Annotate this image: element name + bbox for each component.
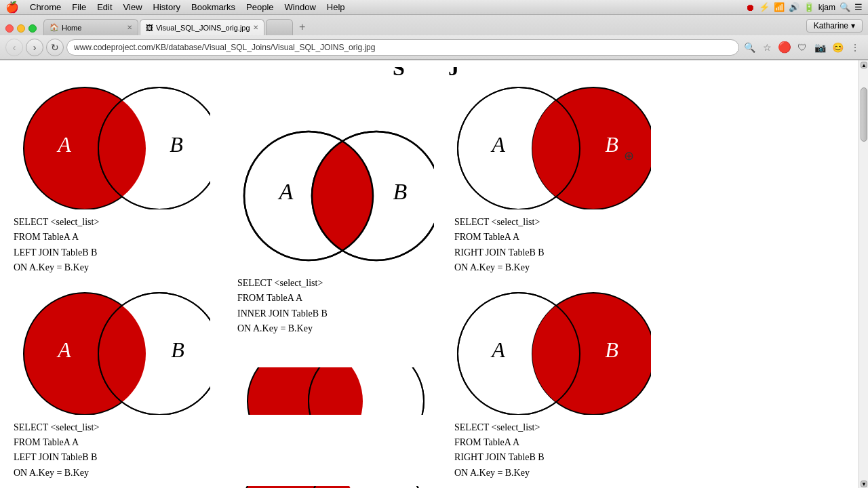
address-bar[interactable]: www.codeproject.com/KB/database/Visual_S… bbox=[66, 39, 739, 56]
inner-join-svg: A B bbox=[231, 121, 434, 270]
scrollbar-thumb[interactable] bbox=[861, 87, 867, 142]
menu-bookmarks[interactable]: Bookmarks bbox=[191, 2, 235, 12]
right-join-code-4: ON A.Key = B.Key bbox=[454, 260, 651, 275]
forward-button[interactable]: › bbox=[26, 39, 43, 56]
inner-join-diagram: A B SELECT <select_list> FROM TableA A I… bbox=[231, 121, 434, 337]
back-button[interactable]: ‹ bbox=[5, 39, 23, 56]
right-join-label-b: B bbox=[605, 132, 618, 157]
left-outer-code-3: LEFT JOIN TableB B bbox=[14, 450, 210, 465]
extension2-icon[interactable]: 📷 bbox=[812, 40, 827, 55]
left-join-diagram: A B SELECT <select_list> FROM TableA A L… bbox=[14, 84, 210, 276]
tab-visual-sql[interactable]: 🖼 Visual_SQL_JOINS_orig.jpg ✕ bbox=[140, 19, 264, 35]
scrollbar[interactable]: ▲ ▼ bbox=[859, 60, 868, 488]
left-outer-label-a: A bbox=[56, 338, 71, 362]
left-outer-join-svg: A B bbox=[14, 289, 210, 415]
tab-empty[interactable] bbox=[266, 19, 293, 35]
menu-history[interactable]: History bbox=[153, 2, 180, 12]
right-outer-join-svg: A B bbox=[454, 289, 651, 415]
right-join-code-3: RIGHT JOIN TableB B bbox=[454, 245, 651, 260]
tab-home-label: Home bbox=[62, 24, 81, 32]
battery-icon: 🔋 bbox=[804, 2, 814, 12]
inner-join-label-b: B bbox=[393, 179, 408, 204]
bluetooth-icon: ⚡ bbox=[759, 2, 770, 12]
browser-chrome: 🏠 Home ✕ 🖼 Visual_SQL_JOINS_orig.jpg ✕ +… bbox=[0, 15, 868, 60]
menu-people[interactable]: People bbox=[246, 2, 273, 12]
menu-view[interactable]: View bbox=[123, 2, 142, 12]
search-icon[interactable]: 🔍 bbox=[742, 40, 757, 55]
extension1-icon[interactable]: 🛡 bbox=[795, 40, 810, 55]
left-column: A B SELECT <select_list> FROM TableA A L… bbox=[14, 84, 210, 481]
close-window-btn[interactable] bbox=[5, 24, 14, 33]
nav-icons: 🔍 ☆ 🔴 🛡 📷 😊 ⋮ bbox=[742, 40, 863, 55]
inner-join-code-1: SELECT <select_list> bbox=[237, 276, 434, 291]
left-join-code-4: ON A.Key = B.Key bbox=[14, 260, 210, 275]
left-outer-code-1: SELECT <select_list> bbox=[14, 420, 210, 435]
menu-edit[interactable]: Edit bbox=[97, 2, 112, 12]
inner-join-label-a: A bbox=[278, 179, 294, 204]
right-join-code-2: FROM TableA A bbox=[454, 230, 651, 245]
left-join-code-3: LEFT JOIN TableB B bbox=[14, 245, 210, 260]
tab-visual-sql-favicon: 🖼 bbox=[146, 24, 153, 32]
diagrams-layout: A B SELECT <select_list> FROM TableA A L… bbox=[14, 84, 845, 481]
right-join-label-a: A bbox=[490, 132, 505, 157]
user-profile-btn[interactable]: Katharine ▾ bbox=[806, 19, 863, 33]
inner-join-code: SELECT <select_list> FROM TableA A INNER… bbox=[237, 276, 434, 337]
apple-menu[interactable]: 🍎 bbox=[5, 1, 19, 14]
left-join-code-2: FROM TableA A bbox=[14, 230, 210, 245]
tab-visual-sql-label: Visual_SQL_JOINS_orig.jpg bbox=[156, 24, 250, 32]
search-menubar-icon[interactable]: 🔍 bbox=[840, 2, 850, 12]
left-outer-join-diagram: A B SELECT <select_list> FROM TableA A L… bbox=[14, 289, 210, 481]
page-content: S J ⊕ bbox=[0, 60, 859, 488]
volume-icon: 🔊 bbox=[789, 2, 800, 12]
left-join-code-1: SELECT <select_list> bbox=[14, 215, 210, 230]
bottom-center-svg bbox=[237, 367, 427, 415]
reload-button[interactable]: ↻ bbox=[46, 39, 64, 56]
inner-join-code-4: ON A.Key = B.Key bbox=[237, 321, 434, 336]
right-join-code-1: SELECT <select_list> bbox=[454, 215, 651, 230]
tab-home-close[interactable]: ✕ bbox=[127, 24, 132, 31]
right-outer-code-4: ON A.Key = B.Key bbox=[454, 466, 651, 481]
maximize-window-btn[interactable] bbox=[28, 24, 37, 33]
left-join-label-a: A bbox=[56, 132, 71, 157]
right-outer-join-code: SELECT <select_list> FROM TableA A RIGHT… bbox=[454, 420, 651, 481]
left-join-label-b: B bbox=[170, 132, 183, 157]
right-outer-code-2: FROM TableA A bbox=[454, 435, 651, 450]
chrome-icon[interactable]: 🔴 bbox=[777, 40, 792, 55]
left-outer-label-b: B bbox=[171, 338, 184, 362]
menu-window[interactable]: Window bbox=[285, 2, 316, 12]
right-outer-join-diagram: A B SELECT <select_list> FROM TableA A R… bbox=[454, 289, 651, 481]
scrollbar-up-arrow[interactable]: ▲ bbox=[861, 62, 867, 68]
menu-help[interactable]: Help bbox=[327, 2, 345, 12]
top-partial-heading: S J bbox=[14, 67, 845, 81]
left-join-svg: A B bbox=[14, 84, 210, 209]
right-outer-label-a: A bbox=[490, 338, 505, 362]
right-join-code: SELECT <select_list> FROM TableA A RIGHT… bbox=[454, 215, 651, 276]
heading-text: S J bbox=[393, 67, 466, 81]
tab-home[interactable]: 🏠 Home ✕ bbox=[43, 19, 138, 35]
right-join-diagram: A B SELECT <select_list> FROM TableA A R… bbox=[454, 84, 651, 276]
menu-chrome[interactable]: Chrome bbox=[30, 2, 61, 12]
right-outer-code-3: RIGHT JOIN TableB B bbox=[454, 450, 651, 465]
content-area: S J ⊕ bbox=[0, 60, 868, 488]
scrollbar-down-arrow[interactable]: ▼ bbox=[861, 481, 867, 487]
list-icon[interactable]: ☰ bbox=[854, 2, 863, 12]
tab-visual-sql-close[interactable]: ✕ bbox=[253, 24, 258, 31]
bookmark-star-icon[interactable]: ☆ bbox=[760, 40, 774, 55]
menu-dots-icon[interactable]: ⋮ bbox=[848, 40, 863, 55]
emoji-icon[interactable]: 😊 bbox=[830, 40, 845, 55]
recording-icon: ⏺ bbox=[745, 2, 755, 13]
right-outer-label-b: B bbox=[605, 338, 618, 362]
tab-bar: 🏠 Home ✕ 🖼 Visual_SQL_JOINS_orig.jpg ✕ +… bbox=[0, 15, 868, 35]
left-outer-code-4: ON A.Key = B.Key bbox=[14, 466, 210, 481]
menu-file[interactable]: File bbox=[72, 2, 86, 12]
menubar-right: ⏺ ⚡ 📶 🔊 🔋 kjam 🔍 ☰ bbox=[745, 2, 863, 13]
minimize-window-btn[interactable] bbox=[17, 24, 25, 33]
right-column: A B SELECT <select_list> FROM TableA A R… bbox=[454, 84, 651, 481]
right-outer-code-1: SELECT <select_list> bbox=[454, 420, 651, 435]
left-outer-join-code: SELECT <select_list> FROM TableA A LEFT … bbox=[14, 420, 210, 481]
menubar: 🍎 Chrome File Edit View History Bookmark… bbox=[0, 0, 868, 15]
bottom-center-partial bbox=[237, 367, 427, 415]
nav-bar: ‹ › ↻ www.codeproject.com/KB/database/Vi… bbox=[0, 35, 868, 60]
left-join-code: SELECT <select_list> FROM TableA A LEFT … bbox=[14, 215, 210, 276]
new-tab-button[interactable]: + bbox=[294, 19, 311, 35]
